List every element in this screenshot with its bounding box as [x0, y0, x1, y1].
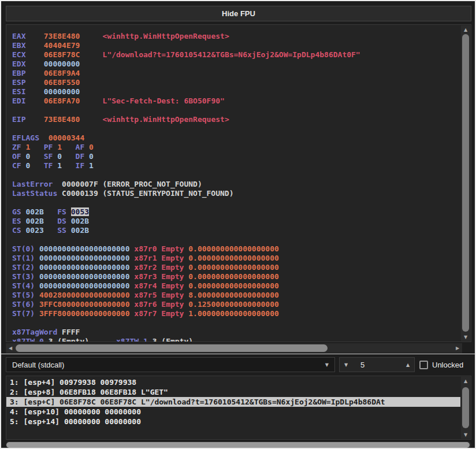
register-segment-unmod: 002B — [71, 226, 89, 235]
stack-row[interactable]: 4: [esp+10] 00000000 00000000 — [6, 407, 460, 417]
register-line: ST(4) 00000000000000000000 x87r4 Empty 0… — [12, 281, 459, 291]
register-segment-plain — [80, 115, 102, 124]
register-segment-reg: x87TagWord — [12, 328, 62, 336]
register-segment-reg: EIP — [12, 115, 44, 124]
register-line: CF 0 TF 1 IF 1 — [12, 161, 459, 170]
register-segment-reg: OF — [12, 152, 25, 161]
register-segment-plain — [80, 50, 102, 59]
register-segment-mod: 00000344 — [49, 133, 85, 142]
register-segment-plain — [80, 32, 102, 40]
register-segment-mod: 0.000000000000000000 — [188, 281, 279, 290]
register-segment-mod: 06E8F9A4 — [44, 69, 80, 77]
register-segment-unmod: 1 — [57, 161, 62, 170]
registers-fpu-window: Hide FPU EAX 73E8E480 <winhttp.WinHttpOp… — [0, 0, 476, 449]
vertical-scrollbar-thumb[interactable] — [462, 34, 469, 332]
stepper-increase-icon[interactable]: ▲ — [401, 362, 414, 368]
register-segment-reg: ESI — [12, 87, 44, 96]
register-segment-reg: ST(6) — [12, 300, 39, 309]
register-segment-str: x87r5 Empty — [134, 291, 184, 299]
register-line: LastError 0000007F (ERROR_PROC_NOT_FOUND… — [12, 180, 459, 189]
register-segment-reg: ST(1) — [12, 254, 39, 262]
register-segment-plain: C0000139 (STATUS_ENTRYPOINT_NOT_FOUND) — [62, 189, 233, 198]
register-line: EBX 40404E79 — [12, 41, 459, 50]
register-segment-str: <winhttp.WinHttpOpenRequest> — [103, 115, 229, 124]
scroll-right-icon[interactable]: ▶ — [453, 343, 462, 353]
register-segment-reg: CF — [12, 161, 25, 170]
register-segment-mod: 40028000000000000000 — [39, 291, 130, 299]
register-line: OF 0 SF 0 DF 0 — [12, 152, 459, 161]
register-segment-unmod: 1 — [89, 161, 94, 170]
register-segment-mod: 1 — [57, 143, 62, 151]
stack-row[interactable]: 1: [esp+4] 00979938 00979938 — [6, 377, 460, 387]
register-segment-mod: 8.000000000000000000 — [188, 291, 279, 299]
register-segment-reg: EBP — [12, 69, 44, 77]
unlocked-checkbox-group[interactable]: Unlocked — [419, 357, 463, 372]
register-line: ST(0) 00000000000000000000 x87r0 Empty 0… — [12, 244, 459, 254]
scroll-left-icon[interactable]: ◀ — [6, 343, 15, 353]
registers-vertical-scrollbar[interactable]: ▲ ▼ — [461, 25, 470, 341]
register-segment-plain — [30, 152, 43, 161]
register-segment-reg: DF — [76, 152, 89, 161]
register-segment-unmod: 00000000000000000000 — [39, 254, 130, 262]
register-line: LastStatus C0000139 (STATUS_ENTRYPOINT_N… — [12, 189, 459, 198]
register-segment-reg: SF — [44, 152, 57, 161]
stack-arguments-content: 1: [esp+4] 00979938 009799382: [esp+8] 0… — [6, 377, 460, 439]
register-line — [12, 170, 459, 180]
register-segment-mod: 0 — [89, 143, 94, 151]
scroll-down-icon[interactable]: ▼ — [461, 431, 470, 439]
register-segment-reg: EDI — [12, 97, 44, 105]
register-segment-reg: EDX — [12, 60, 44, 68]
register-segment-str: x87r1 Empty — [134, 254, 184, 262]
horizontal-scrollbar-thumb[interactable] — [16, 344, 328, 352]
register-segment-plain — [89, 337, 116, 342]
register-line: EAX 73E8E480 <winhttp.WinHttpOpenRequest… — [12, 32, 459, 41]
register-segment-unmod: 002B — [71, 217, 89, 225]
calling-convention-select[interactable]: Default (stdcall) ▼ — [6, 357, 335, 372]
registers-content: EAX 73E8E480 <winhttp.WinHttpOpenRequest… — [12, 32, 459, 342]
unlocked-checkbox[interactable] — [419, 361, 428, 369]
unlocked-checkbox-label: Unlocked — [432, 361, 463, 369]
argument-count-stepper[interactable]: ▼ 5 ▲ — [339, 357, 415, 372]
register-line: ZF 1 PF 1 AF 0 — [12, 143, 459, 152]
register-segment-unmod: 0 — [57, 152, 62, 161]
hide-fpu-button[interactable]: Hide FPU — [6, 6, 471, 21]
register-segment-plain: 3 (Empty) — [49, 337, 89, 342]
register-segment-mod: 40404E79 — [44, 41, 80, 50]
register-segment-mod: 3FFF8000000000000000 — [39, 309, 130, 318]
register-segment-reg: ST(0) — [12, 244, 39, 253]
stack-row-selected[interactable]: 3: [esp+C] 06E8F78C 06E8F78C L"/download… — [6, 397, 460, 407]
horizontal-scrollbar-thumb[interactable] — [6, 442, 470, 448]
register-line: ST(1) 00000000000000000000 x87r1 Empty 0… — [12, 254, 459, 263]
registers-panel[interactable]: EAX 73E8E480 <winhttp.WinHttpOpenRequest… — [6, 24, 471, 342]
stack-vertical-scrollbar[interactable]: ▲ ▼ — [461, 377, 470, 439]
register-segment-reg: ECX — [12, 50, 44, 59]
scroll-up-icon[interactable]: ▲ — [461, 377, 470, 385]
register-line: ECX 06E8F78C L"/download?t=1760105412&TG… — [12, 50, 459, 60]
register-segment-reg: ST(3) — [12, 272, 39, 281]
stepper-decrease-icon[interactable]: ▼ — [340, 362, 352, 368]
stack-arguments-panel[interactable]: 1: [esp+4] 00979938 009799382: [esp+8] 0… — [6, 376, 471, 440]
register-segment-unmod: 00000000000000000000 — [39, 244, 130, 253]
stack-row[interactable]: 2: [esp+8] 06E8FB18 06E8FB18 L"GET" — [6, 387, 460, 397]
scroll-down-icon[interactable]: ▼ — [461, 333, 470, 341]
chevron-down-icon[interactable]: ▼ — [325, 362, 329, 368]
register-segment-reg: ES — [12, 217, 25, 225]
stack-horizontal-scrollbar[interactable] — [6, 441, 471, 448]
stack-row[interactable]: 5: [esp+14] 00000000 00000000 — [6, 417, 460, 426]
register-segment-reg: EFLAGS — [12, 133, 49, 142]
register-segment-str: x87r0 Empty — [134, 244, 184, 253]
registers-horizontal-scrollbar[interactable]: ◀ ▶ — [6, 343, 462, 353]
register-segment-mod: 1.000000000000000000 — [188, 309, 279, 318]
register-segment-plain — [44, 207, 57, 216]
register-segment-unmod: 00000000 — [44, 87, 80, 96]
register-line: ST(5) 40028000000000000000 x87r5 Empty 8… — [12, 291, 459, 300]
register-segment-str: L"Sec-Fetch-Dest: 6BO50F90" — [103, 97, 225, 105]
scroll-up-icon[interactable]: ▲ — [461, 25, 470, 34]
register-segment-plain: 0000007F (ERROR_PROC_NOT_FOUND) — [62, 180, 202, 188]
register-segment-str: <winhttp.WinHttpOpenRequest> — [103, 32, 229, 40]
register-segment-plain — [62, 143, 75, 151]
register-segment-mod: 3FFC8000000000000000 — [39, 300, 130, 309]
register-segment-unmod: 00000000000000000000 — [39, 263, 130, 272]
calling-convention-value: Default (stdcall) — [12, 361, 64, 369]
vertical-scrollbar-thumb[interactable] — [462, 387, 469, 428]
